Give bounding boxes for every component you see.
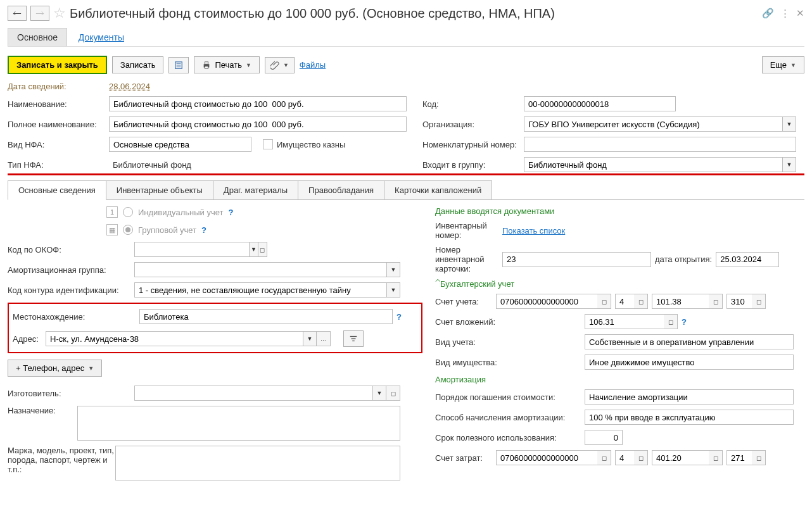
print-label: Печать [215, 60, 242, 70]
tab-rights[interactable]: Правообладания [298, 180, 384, 199]
lines-icon [349, 334, 358, 343]
help-icon[interactable]: ? [396, 312, 402, 322]
purpose-textarea[interactable] [77, 406, 400, 441]
okof-open-button[interactable]: ◻ [258, 242, 267, 257]
ident-input[interactable] [134, 282, 386, 298]
location-input[interactable] [139, 309, 393, 324]
open-button[interactable]: ◻ [634, 450, 648, 465]
close-button[interactable]: ✕ [796, 8, 804, 19]
open-date-input[interactable] [716, 252, 779, 267]
ident-label: Код контура идентификации: [8, 286, 134, 295]
open-button[interactable]: ◻ [752, 294, 766, 309]
show-list-link[interactable]: Показать список [502, 226, 565, 235]
code-input[interactable] [524, 96, 676, 111]
model-textarea[interactable] [115, 446, 400, 480]
org-dropdown-button[interactable]: ▼ [782, 116, 796, 132]
open-button[interactable]: ◻ [597, 450, 611, 465]
repay-input[interactable] [585, 389, 794, 405]
prop-input[interactable] [585, 355, 794, 370]
date-value[interactable]: 28.06.2024 [109, 82, 150, 91]
open-button[interactable]: ◻ [709, 294, 723, 309]
attach-button[interactable]: ▼ [265, 57, 295, 73]
tab-basic-info[interactable]: Основные сведения [8, 180, 106, 200]
cost-input-3[interactable] [652, 450, 709, 465]
kind-input[interactable] [585, 334, 794, 349]
maker-dropdown-button[interactable]: ▼ [372, 386, 386, 401]
name-input[interactable] [109, 96, 407, 111]
tab-inventory-objects[interactable]: Инвентарные объекты [106, 180, 213, 199]
more-label: Еще [770, 60, 787, 70]
amort-group-label: Амортизационная группа: [8, 265, 134, 275]
okof-input[interactable] [134, 242, 249, 257]
help-icon[interactable]: ? [201, 225, 206, 235]
okof-dropdown-button[interactable]: ▼ [249, 242, 258, 257]
acc-input-4[interactable] [726, 294, 752, 309]
address-input[interactable] [46, 331, 303, 346]
org-input[interactable] [524, 116, 782, 132]
more-menu-icon[interactable]: ⋮ [780, 8, 790, 19]
docs-data-header: Данные вводятся документами [435, 206, 804, 216]
open-button[interactable]: ◻ [709, 450, 723, 465]
svg-rect-6 [205, 66, 208, 68]
address-dropdown-button[interactable]: ▼ [303, 331, 317, 346]
more-button[interactable]: Еще ▼ [762, 56, 804, 73]
nom-label: Номенклатурный номер: [422, 140, 524, 149]
cost-input-1[interactable] [496, 450, 597, 465]
group-radio [123, 225, 133, 235]
title-bar: 🡐 🡒 ☆ Библиотечный фонд стоимостью до 10… [8, 5, 804, 22]
help-icon[interactable]: ? [682, 317, 687, 327]
treasury-checkbox[interactable] [263, 139, 273, 149]
ident-dropdown-button[interactable]: ▼ [386, 282, 400, 298]
print-button[interactable]: Печать ▼ [194, 56, 260, 73]
save-button[interactable]: Записать [112, 56, 164, 73]
amort-header: Амортизация [435, 375, 804, 384]
link-icon[interactable]: 🔗 [762, 8, 774, 19]
accounting-header[interactable]: Бухгалтерский учет [435, 279, 804, 289]
maker-input[interactable] [134, 386, 372, 401]
nfa-kind-input[interactable] [109, 137, 251, 152]
acc-input-2[interactable] [615, 294, 634, 309]
repay-label: Порядок погашения стоимости: [435, 392, 581, 402]
open-button[interactable]: ◻ [597, 294, 611, 309]
acc-input-3[interactable] [652, 294, 709, 309]
save-close-button[interactable]: Записать и закрыть [8, 56, 107, 74]
nom-input[interactable] [524, 137, 796, 152]
chevron-down-icon: ▼ [790, 62, 796, 68]
open-button[interactable]: ◻ [634, 294, 648, 309]
address-menu-button[interactable] [343, 330, 364, 347]
method-input[interactable] [585, 410, 794, 425]
list-icon [174, 61, 183, 70]
cost-input-4[interactable] [726, 450, 752, 465]
tab-documents[interactable]: Документы [70, 28, 133, 46]
cost-input-2[interactable] [615, 450, 634, 465]
tab-main[interactable]: Основное [8, 28, 67, 46]
card-num-input[interactable] [502, 252, 651, 267]
files-link[interactable]: Файлы [300, 60, 326, 70]
open-button[interactable]: ◻ [664, 314, 678, 329]
life-input[interactable] [585, 430, 623, 445]
list-icon-button[interactable] [168, 57, 189, 73]
group-input[interactable] [524, 157, 782, 172]
fullname-input[interactable] [109, 116, 407, 132]
group-dropdown-button[interactable]: ▼ [782, 157, 796, 172]
maker-open-button[interactable]: ◻ [386, 386, 400, 401]
amort-group-input[interactable] [134, 262, 386, 277]
location-highlight: Местонахождение: ? Адрес: ▼ … [8, 303, 422, 353]
help-icon[interactable]: ? [229, 208, 234, 217]
add-contact-button[interactable]: + Телефон, адрес ▼ [8, 360, 102, 377]
nav-back-button[interactable]: 🡐 [8, 6, 27, 21]
amort-group-dropdown-button[interactable]: ▼ [386, 262, 400, 277]
nfa-type-label: Тип НФА: [8, 160, 109, 170]
inv-acc-input[interactable] [585, 314, 664, 329]
tab-capex-cards[interactable]: Карточки капвложений [384, 180, 492, 199]
individual-radio [123, 207, 133, 217]
location-label: Местонахождение: [13, 312, 139, 322]
open-button[interactable]: ◻ [752, 450, 766, 465]
tab-precious-materials[interactable]: Драг. материалы [213, 180, 298, 199]
acc-label: Счет учета: [435, 297, 492, 306]
address-dots-button[interactable]: … [317, 331, 331, 346]
paperclip-icon [270, 61, 279, 70]
inv-num-label: Инвентарный номер: [435, 221, 498, 240]
acc-input-1[interactable] [496, 294, 597, 309]
favorite-star-icon[interactable]: ☆ [53, 5, 66, 22]
